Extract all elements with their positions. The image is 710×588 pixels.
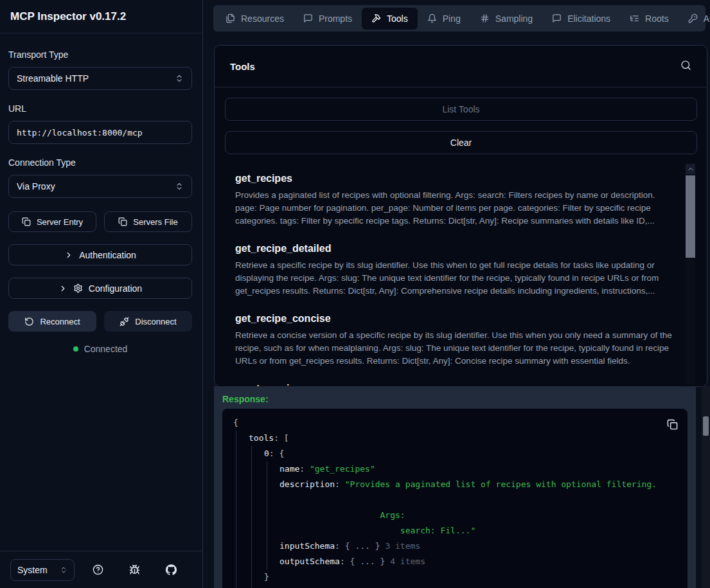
hammer-icon [371, 13, 381, 23]
reconnect-button[interactable]: Reconnect [8, 311, 96, 332]
status-label: Connected [84, 344, 128, 354]
chevron-right-icon [64, 251, 73, 260]
list-tree-icon [630, 13, 639, 23]
files-icon [226, 13, 235, 23]
url-label: URL [8, 103, 192, 114]
reconnect-label: Reconnect [40, 317, 80, 326]
message-square-icon [552, 13, 562, 23]
tab-label: Prompts [319, 13, 352, 24]
servers-file-label: Servers File [133, 217, 177, 227]
json-line [233, 492, 688, 508]
tool-list-item[interactable]: create_recipe [235, 382, 673, 386]
tab-label: Auth [704, 13, 710, 24]
authentication-expander[interactable]: Authentication [8, 244, 192, 265]
json-line: search: Fil..." [233, 523, 688, 539]
json-line: Args: [233, 508, 688, 523]
tools-panel: Tools List Tools Clear get_recipes Provi… [214, 45, 707, 387]
bell-icon [427, 13, 437, 23]
tool-list-scroll-up-button[interactable] [686, 164, 695, 174]
tab-label: Elicitations [567, 13, 610, 24]
json-line: name: "get_recipes" [233, 461, 688, 477]
tool-description: Provides a paginated list of recipes wit… [235, 189, 673, 227]
theme-select[interactable]: System [10, 559, 75, 581]
json-line: { [233, 415, 688, 431]
copy-icon [118, 217, 127, 226]
status-dot [73, 346, 78, 352]
json-line: 1: { [233, 585, 688, 588]
tab-elicitations[interactable]: Elicitations [542, 8, 620, 30]
window-scrollbar-thumb[interactable] [703, 416, 709, 436]
tool-name: get_recipe_detailed [235, 242, 673, 256]
copy-icon [22, 217, 31, 226]
tab-roots[interactable]: Roots [620, 8, 679, 30]
clear-button[interactable]: Clear [225, 131, 697, 154]
tool-name: create_recipe [235, 382, 673, 386]
connection-type-select[interactable]: Via Proxy [8, 175, 192, 198]
tab-tools[interactable]: Tools [362, 8, 418, 30]
chevron-up-icon [687, 165, 695, 173]
tool-list-scrollbar-thumb[interactable] [686, 175, 695, 258]
tab-prompts[interactable]: Prompts [294, 8, 362, 30]
bug-icon[interactable] [129, 564, 140, 575]
disconnect-label: Disconnect [135, 317, 176, 326]
response-label: Response: [222, 394, 269, 404]
connection-status: Connected [8, 344, 192, 354]
list-tools-button[interactable]: List Tools [225, 98, 697, 121]
tool-name: get_recipes [235, 172, 673, 186]
authentication-label: Authentication [79, 250, 136, 260]
connection-type-value: Via Proxy [17, 181, 55, 192]
copy-response-button[interactable] [667, 419, 678, 432]
json-line: outputSchema: { ... } 4 items [233, 554, 688, 569]
tab-label: Tools [387, 13, 408, 24]
hash-icon [480, 13, 490, 23]
github-icon[interactable] [166, 564, 177, 575]
disconnect-button[interactable]: Disconnect [104, 311, 192, 332]
connection-buttons-row: Reconnect Disconnect [8, 311, 192, 332]
transport-type-select[interactable]: Streamable HTTP [8, 67, 192, 90]
primary-nav: ResourcesPromptsToolsPingSamplingElicita… [213, 5, 706, 31]
tool-list-item[interactable]: get_recipe_detailed Retrieve a specific … [235, 242, 673, 298]
json-line: description: "Provides a paginated list … [233, 477, 688, 492]
response-pane: Response: {tools: [0: {name: "get_recipe… [214, 386, 696, 588]
search-icon [680, 60, 691, 71]
json-line: } [233, 569, 688, 585]
response-json-lines: {tools: [0: {name: "get_recipes"descript… [222, 409, 688, 588]
footer-icons [93, 564, 192, 575]
chevrons-up-down-icon [175, 182, 184, 191]
tab-auth[interactable]: Auth [679, 8, 710, 30]
servers-file-button[interactable]: Servers File [104, 211, 192, 232]
tool-list-item[interactable]: get_recipes Provides a paginated list of… [235, 172, 673, 227]
unplug-icon [120, 317, 129, 326]
gear-icon [73, 283, 83, 293]
tool-list-item[interactable]: get_recipe_concise Retrieve a concise ve… [235, 312, 673, 368]
tab-ping[interactable]: Ping [418, 8, 470, 30]
server-entry-button[interactable]: Server Entry [8, 211, 96, 232]
tools-panel-header: Tools [215, 46, 707, 87]
transport-type-value: Streamable HTTP [17, 73, 89, 84]
response-json-viewer: {tools: [0: {name: "get_recipes"descript… [222, 409, 688, 588]
configuration-label: Configuration [89, 283, 142, 294]
theme-value: System [17, 565, 48, 575]
rotate-ccw-icon [24, 317, 34, 326]
tool-name: get_recipe_concise [235, 312, 673, 326]
json-line: tools: [ [233, 431, 688, 446]
url-field-wrap [8, 121, 192, 144]
url-input[interactable] [17, 128, 184, 138]
tab-label: Sampling [495, 13, 533, 24]
sidebar-footer: System [0, 551, 202, 588]
tab-sampling[interactable]: Sampling [470, 8, 542, 30]
tab-resources[interactable]: Resources [216, 8, 294, 30]
help-icon[interactable] [93, 564, 103, 575]
tools-search-button[interactable] [680, 60, 691, 73]
transport-type-label: Transport Type [8, 49, 192, 60]
tool-list: get_recipes Provides a paginated list of… [235, 165, 673, 386]
chevron-right-icon [58, 284, 67, 293]
connection-type-label: Connection Type [8, 157, 192, 168]
json-line: inputSchema: { ... } 3 items [233, 539, 688, 554]
message-square-icon [303, 13, 313, 23]
tab-label: Ping [443, 13, 461, 24]
tools-panel-actions: List Tools Clear [215, 87, 707, 154]
configuration-expander[interactable]: Configuration [8, 278, 192, 299]
tab-label: Roots [645, 13, 669, 24]
tab-label: Resources [241, 13, 284, 24]
